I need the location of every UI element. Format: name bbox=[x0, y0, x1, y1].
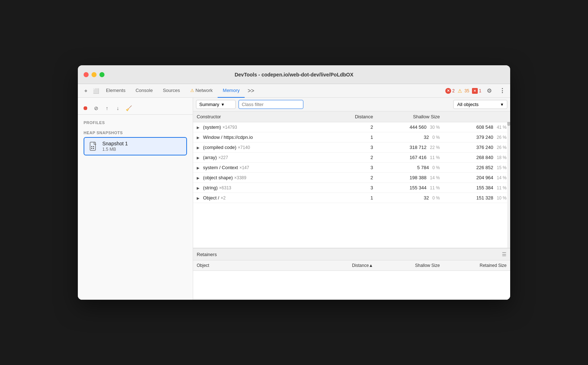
tab-memory[interactable]: Memory bbox=[218, 84, 245, 98]
cell-constructor: ▶ (array)×227 bbox=[193, 153, 343, 163]
cell-shallow-size: 32 0 % bbox=[377, 193, 443, 203]
ret-col-distance[interactable]: Distance▲ bbox=[343, 260, 377, 271]
device-icon[interactable]: ⬜ bbox=[91, 86, 101, 96]
shallow-pct: 0 % bbox=[432, 165, 440, 170]
info-icon: ✕ bbox=[472, 88, 478, 94]
row-expand-arrow[interactable]: ▶ bbox=[197, 126, 202, 129]
table-row[interactable]: ▶ Object /×2 1 32 0 % 151 328 10 % bbox=[193, 193, 510, 203]
cell-shallow-size: 198 388 14 % bbox=[377, 173, 443, 183]
settings-button[interactable]: ⚙ bbox=[484, 86, 494, 96]
table-header-row: Constructor Distance Shallow Size bbox=[193, 111, 510, 122]
heap-snapshots-title: HEAP SNAPSHOTS bbox=[81, 129, 190, 136]
cell-distance: 3 bbox=[343, 163, 377, 173]
snapshot-item[interactable]: Snapshot 1 1.5 MB bbox=[84, 137, 187, 155]
close-button[interactable] bbox=[84, 72, 89, 77]
table-row[interactable]: ▶ (compiled code)×7140 3 318 712 22 % 37… bbox=[193, 142, 510, 153]
upload-button[interactable]: ↑ bbox=[102, 104, 112, 113]
maximize-button[interactable] bbox=[99, 72, 104, 77]
cell-retained-size: 379 240 26 % bbox=[444, 132, 510, 142]
summary-dropdown[interactable]: Summary ▾ bbox=[196, 100, 236, 109]
row-expand-arrow[interactable]: ▶ bbox=[197, 136, 202, 140]
row-count: ×3389 bbox=[234, 175, 246, 180]
heap-table: Constructor Distance Shallow Size ▶ (sys… bbox=[193, 111, 510, 203]
devtools-window: DevTools - codepen.io/web-dot-dev/live/P… bbox=[78, 65, 510, 300]
more-options-button[interactable]: ⋮ bbox=[497, 86, 507, 96]
cell-retained-size: 151 328 10 % bbox=[444, 193, 510, 203]
row-expand-arrow[interactable]: ▶ bbox=[197, 196, 202, 200]
minimize-button[interactable] bbox=[92, 72, 97, 77]
class-filter-input[interactable] bbox=[239, 100, 303, 109]
more-tabs-button[interactable]: >> bbox=[245, 84, 257, 98]
error-badge: ✕ 2 bbox=[445, 88, 455, 94]
ret-col-retained[interactable]: Retained Size bbox=[444, 260, 510, 271]
retainers-body bbox=[193, 271, 510, 300]
row-expand-arrow[interactable]: ▶ bbox=[197, 176, 202, 180]
table-row[interactable]: ▶ (array)×227 2 167 416 11 % 268 840 18 … bbox=[193, 153, 510, 163]
retainers-section: Retainers ☰ Object Distance▲ Shallow Siz… bbox=[193, 248, 510, 300]
tab-console[interactable]: Console bbox=[130, 84, 158, 98]
download-button[interactable]: ↓ bbox=[113, 104, 122, 113]
retained-pct: 11 % bbox=[497, 185, 507, 190]
cell-shallow-size: 155 344 11 % bbox=[377, 183, 443, 193]
retained-pct: 10 % bbox=[497, 195, 507, 201]
nav-tabs: ⌖ ⬜ Elements Console Sources ⚠ Network M… bbox=[78, 84, 510, 98]
row-count: ×6313 bbox=[219, 185, 231, 190]
cell-distance: 3 bbox=[343, 142, 377, 153]
col-shallow-size[interactable]: Shallow Size bbox=[377, 111, 443, 122]
cleanup-button[interactable]: 🧹 bbox=[124, 104, 133, 113]
heap-table-wrap: Constructor Distance Shallow Size ▶ (sys… bbox=[193, 111, 510, 248]
tab-network[interactable]: ⚠ Network bbox=[185, 84, 218, 98]
clear-button[interactable]: ⊘ bbox=[92, 104, 101, 113]
table-row[interactable]: ▶ Window / https://cdpn.io 1 32 0 % 379 … bbox=[193, 132, 510, 142]
warning-icon: ⚠ bbox=[190, 88, 194, 93]
retained-pct: 26 % bbox=[497, 145, 507, 150]
svg-rect-0 bbox=[90, 142, 95, 150]
cell-constructor: ▶ Window / https://cdpn.io bbox=[193, 132, 343, 142]
traffic-lights bbox=[84, 72, 104, 77]
retainers-header-row: Object Distance▲ Shallow Size Retained S… bbox=[193, 260, 510, 271]
record-button[interactable]: ⏺ bbox=[81, 104, 90, 113]
ret-col-object[interactable]: Object bbox=[193, 260, 343, 271]
snapshot-name: Snapshot 1 bbox=[102, 141, 182, 146]
row-count: ×14793 bbox=[222, 125, 237, 130]
cell-retained-size: 608 548 41 % bbox=[444, 122, 510, 132]
snapshot-size: 1.5 MB bbox=[102, 147, 182, 152]
table-row[interactable]: ▶ (string)×6313 3 155 344 11 % 155 384 1… bbox=[193, 183, 510, 193]
retainers-menu-icon[interactable]: ☰ bbox=[502, 251, 507, 257]
row-expand-arrow[interactable]: ▶ bbox=[197, 156, 202, 160]
col-retained-size[interactable] bbox=[444, 111, 510, 122]
window-title: DevTools - codepen.io/web-dot-dev/live/P… bbox=[235, 72, 353, 78]
row-expand-arrow[interactable]: ▶ bbox=[197, 166, 202, 170]
snapshot-info: Snapshot 1 1.5 MB bbox=[102, 141, 182, 152]
cell-shallow-size: 318 712 22 % bbox=[377, 142, 443, 153]
retained-pct: 41 % bbox=[497, 125, 507, 130]
retainers-title: Retainers bbox=[197, 252, 217, 257]
ret-col-shallow[interactable]: Shallow Size bbox=[377, 260, 443, 271]
tab-sources[interactable]: Sources bbox=[158, 84, 185, 98]
cell-retained-size: 226 852 15 % bbox=[444, 163, 510, 173]
cell-constructor: ▶ (object shape)×3389 bbox=[193, 173, 343, 183]
nav-badges: ✕ 2 ⚠ 35 ✕ 1 ⚙ ⋮ bbox=[445, 86, 507, 96]
cell-shallow-size: 444 560 30 % bbox=[377, 122, 443, 132]
cell-constructor: ▶ Object /×2 bbox=[193, 193, 343, 203]
svg-rect-1 bbox=[91, 146, 92, 147]
cell-distance: 2 bbox=[343, 173, 377, 183]
table-row[interactable]: ▶ (system)×14793 2 444 560 30 % 608 548 … bbox=[193, 122, 510, 132]
all-objects-dropdown[interactable]: All objects ▾ bbox=[453, 100, 507, 109]
warning-badge: ⚠ 35 bbox=[458, 88, 469, 94]
col-constructor: Constructor bbox=[193, 111, 343, 122]
row-expand-arrow[interactable]: ▶ bbox=[197, 186, 202, 190]
table-row[interactable]: ▶ system / Context×147 3 5 784 0 % 226 8… bbox=[193, 163, 510, 173]
cursor-icon[interactable]: ⌖ bbox=[81, 86, 91, 96]
retainers-table: Object Distance▲ Shallow Size Retained S… bbox=[193, 260, 510, 300]
row-count: ×227 bbox=[218, 155, 228, 160]
chevron-down-icon: ▾ bbox=[222, 102, 224, 107]
col-distance[interactable]: Distance bbox=[343, 111, 377, 122]
table-row[interactable]: ▶ (object shape)×3389 2 198 388 14 % 204… bbox=[193, 173, 510, 183]
row-count: ×7140 bbox=[238, 145, 250, 150]
cell-shallow-size: 5 784 0 % bbox=[377, 163, 443, 173]
row-expand-arrow[interactable]: ▶ bbox=[197, 146, 202, 150]
tab-elements[interactable]: Elements bbox=[101, 84, 130, 98]
cell-distance: 3 bbox=[343, 183, 377, 193]
cell-distance: 2 bbox=[343, 122, 377, 132]
